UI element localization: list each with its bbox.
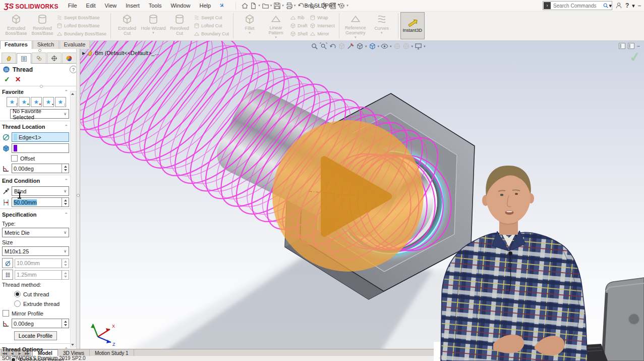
edge-selection-field[interactable]: Edge<1> [12,132,69,142]
shell-button[interactable]: Shell [290,31,308,37]
pin-menu-icon[interactable]: ✈ [218,1,226,10]
collapse-pane-icon[interactable]: – [637,43,640,49]
confirmation-corner-check-icon[interactable]: ✓ [629,49,641,66]
view-settings-icon[interactable] [415,42,422,50]
undo-icon[interactable] [297,2,305,10]
depth-field[interactable]: 50.00mm [12,197,69,207]
extruded-boss-base-button[interactable]: Extruded Boss/Base [3,12,29,39]
select-cursor-icon[interactable] [309,2,317,10]
tab-motion-study[interactable]: Motion Study 1 [90,349,134,356]
save-favorite-button[interactable]: ★▪ [43,97,54,107]
home-icon[interactable] [241,2,249,10]
apply-defaults-button[interactable]: ★/ [7,97,18,107]
menu-view[interactable]: View [100,2,122,10]
right-hand-thread-radio[interactable] [10,356,17,361]
override-diameter-button[interactable] [2,258,13,268]
display-style-icon[interactable] [369,42,376,50]
extruded-cut-button[interactable]: Extruded Cut [114,12,140,39]
profile-angle-spinner[interactable] [62,319,69,328]
edit-appearance-icon[interactable] [393,42,401,50]
instant3d-button[interactable]: Instant3D [400,12,425,39]
feature-manager-tab[interactable] [2,53,16,63]
extrude-thread-radio[interactable] [14,300,21,307]
diameter-field[interactable]: 10.00mm [15,259,69,268]
cut-thread-radio[interactable] [14,291,21,297]
attachment-icon[interactable] [321,2,328,10]
sign-in-user-icon[interactable] [615,2,622,9]
load-favorite-button[interactable]: ★↓ [55,97,66,107]
menu-insert[interactable]: Insert [121,2,144,10]
draft-button[interactable]: Draft [290,23,308,29]
fillet-button[interactable]: Fillet ▾ [237,12,263,39]
diameter-spinner[interactable] [62,259,69,268]
revolved-boss-base-button[interactable]: Revolved Boss/Base [29,12,55,39]
save-icon[interactable] [273,2,281,10]
profile-angle-field[interactable]: 0.00deg [12,319,69,328]
tree-expand-arrow-icon[interactable]: ▶ [82,51,85,56]
start-location-field[interactable] [12,143,69,153]
dynamic-annotation-icon[interactable] [347,42,355,50]
hole-wizard-button[interactable]: Hole Wizard ▾ [140,12,166,39]
menu-help[interactable]: Help [195,2,216,10]
mirror-button[interactable]: Mirror [310,31,335,37]
search-icon[interactable] [603,3,609,9]
tab-evaluate[interactable]: Evaluate [60,40,90,49]
delete-favorite-button[interactable]: ★× [31,97,42,107]
print-icon[interactable] [285,2,293,10]
graphics-viewport[interactable]: X Z [80,41,644,361]
tab-sketch[interactable]: Sketch [33,40,59,49]
locate-profile-button[interactable]: Locate Profile [14,331,57,340]
linear-pattern-button[interactable]: Linear Pattern ▾ [263,12,289,39]
scroll-up-arrow-icon[interactable] [71,91,75,96]
mirror-profile-checkbox[interactable] [3,310,9,317]
boundary-cut-button[interactable]: Boundary Cut [194,31,229,37]
zoom-to-fit-icon[interactable] [311,42,318,50]
video-play-overlay[interactable] [272,120,424,272]
minimize-button[interactable]: – [638,3,641,9]
depth-spinner[interactable] [62,198,69,207]
end-condition-section-header[interactable]: End Condition⌃ [0,176,71,185]
intersect-button[interactable]: Intersect [310,23,335,29]
help-button[interactable]: ? [625,2,629,9]
feature-tree-root[interactable]: ▶ Bm (Default<<Default>_... [82,50,159,56]
add-favorite-button[interactable]: ★+ [19,97,30,107]
search-commands-input[interactable] [552,3,603,9]
override-pitch-button[interactable] [2,270,13,280]
new-document-icon[interactable] [250,2,257,10]
rib-button[interactable]: Rib [290,15,308,21]
task-pane-icon[interactable] [628,43,634,49]
dimxpert-manager-tab[interactable] [47,53,62,63]
previous-view-icon[interactable] [329,42,336,50]
scroll-down-arrow-icon[interactable] [71,342,75,347]
type-dropdown[interactable]: Metric Die∨ [2,228,69,237]
lofted-cut-button[interactable]: Lofted Cut [194,23,229,29]
wrap-button[interactable]: Wrap [310,15,335,21]
hide-show-items-icon[interactable] [381,42,388,50]
thread-location-section-header[interactable]: Thread Location⌃ [0,122,71,131]
location-angle-field[interactable]: 0.00deg [12,164,69,173]
size-dropdown[interactable]: M10x1.25∨ [2,246,69,256]
lofted-boss-base-button[interactable]: Lofted Boss/Base [56,23,106,29]
menu-window[interactable]: Window [166,2,195,10]
specification-section-header[interactable]: Specification⌃ [0,210,71,219]
swept-cut-button[interactable]: Swept Cut [194,15,229,21]
options-gear-icon[interactable] [338,2,345,10]
pm-ok-button[interactable]: ✓ [4,75,10,83]
search-scope-icon[interactable]: › [544,2,551,9]
angle-spinner[interactable] [62,164,69,173]
menu-file[interactable]: File [64,2,82,10]
apply-scene-icon[interactable] [402,42,410,50]
configuration-manager-tab[interactable] [32,53,46,63]
menu-tools[interactable]: Tools [144,2,166,10]
pm-cancel-button[interactable]: ✕ [15,75,21,83]
curves-button[interactable]: Curves ▾ [369,12,395,39]
file-properties-icon[interactable] [329,2,337,10]
revolved-cut-button[interactable]: Revolved Cut [166,12,193,39]
panel-scrollbar[interactable] [70,91,76,347]
tab-features[interactable]: Features [0,40,32,49]
section-view-icon[interactable] [338,42,345,50]
open-icon[interactable] [262,2,269,10]
pitch-spinner[interactable] [62,271,69,279]
panel-splitter[interactable] [76,48,80,349]
thread-options-section-header[interactable]: Thread Options⌃ [0,345,71,353]
